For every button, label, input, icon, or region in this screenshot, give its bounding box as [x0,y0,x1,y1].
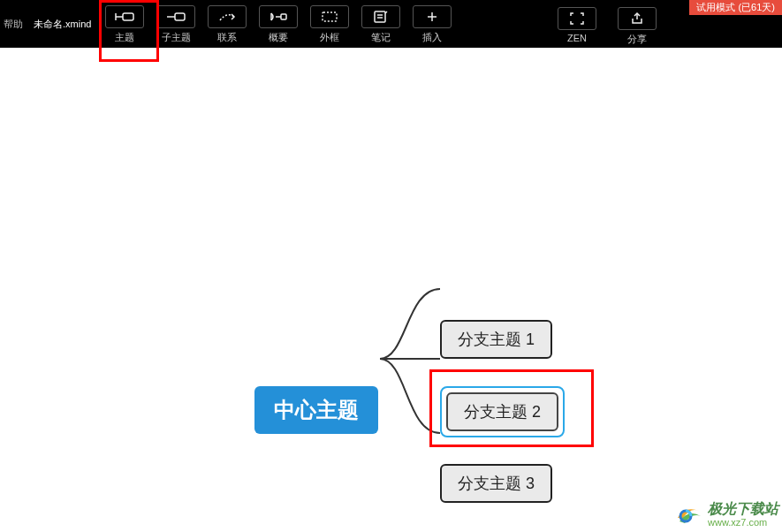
topic-button[interactable]: 主题 [103,5,146,44]
svg-rect-3 [175,13,185,20]
file-tab[interactable]: 未命名.xmind [28,18,96,31]
menu-area: 帮助 未命名.xmind [0,0,100,48]
watermark-text-cn: 极光下载站 [708,501,778,517]
share-label: 分享 [627,33,647,46]
connector-lines [0,48,782,532]
watermark-text-url: www.xz7.com [708,517,778,528]
subtopic-icon [156,5,195,28]
watermark-logo-icon [672,498,704,530]
topic-icon [105,5,144,28]
central-topic-node[interactable]: 中心主题 [254,386,378,434]
note-icon [361,5,400,28]
toolbar-right: ZEN 分享 [556,2,658,46]
topic-label: 主题 [115,31,134,44]
note-button[interactable]: 笔记 [360,5,402,44]
trial-mode-badge: 试用模式 (已61天) [689,0,782,15]
branch-topic-2-selection: 分支主题 2 [440,386,565,437]
boundary-button[interactable]: 外框 [308,5,351,44]
toolbar-left: 主题 子主题 联系 概要 外框 [103,0,453,48]
mindmap-canvas[interactable]: 中心主题 分支主题 1 分支主题 2 分支主题 3 极光下载站 www.xz7.… [0,48,782,532]
fullscreen-icon [558,7,596,30]
svg-rect-0 [123,13,133,20]
watermark: 极光下载站 www.xz7.com [672,498,778,530]
zen-label: ZEN [567,33,587,43]
branch-topic-1[interactable]: 分支主题 1 [440,320,552,359]
share-button[interactable]: 分享 [616,7,658,46]
plus-icon [413,5,452,28]
boundary-icon [310,5,349,28]
relation-button[interactable]: 联系 [206,5,248,44]
branch-topic-2[interactable]: 分支主题 2 [446,392,558,431]
subtopic-label: 子主题 [162,31,191,44]
summary-button[interactable]: 概要 [257,5,300,44]
help-menu[interactable]: 帮助 [4,18,23,31]
subtopic-button[interactable]: 子主题 [155,5,197,44]
svg-rect-9 [375,11,385,22]
branch-topic-3[interactable]: 分支主题 3 [440,464,552,503]
zen-button[interactable]: ZEN [556,7,598,43]
boundary-label: 外框 [320,31,339,44]
summary-icon [259,5,298,28]
insert-label: 插入 [422,31,442,44]
share-icon [618,7,657,30]
insert-button[interactable]: 插入 [411,5,453,44]
relation-label: 联系 [217,31,237,44]
relation-icon [208,5,247,28]
svg-rect-7 [281,14,286,19]
note-label: 笔记 [371,31,391,44]
summary-label: 概要 [269,31,288,44]
svg-rect-8 [323,12,337,21]
top-toolbar: 帮助 未命名.xmind 主题 子主题 联系 概要 [0,0,782,48]
